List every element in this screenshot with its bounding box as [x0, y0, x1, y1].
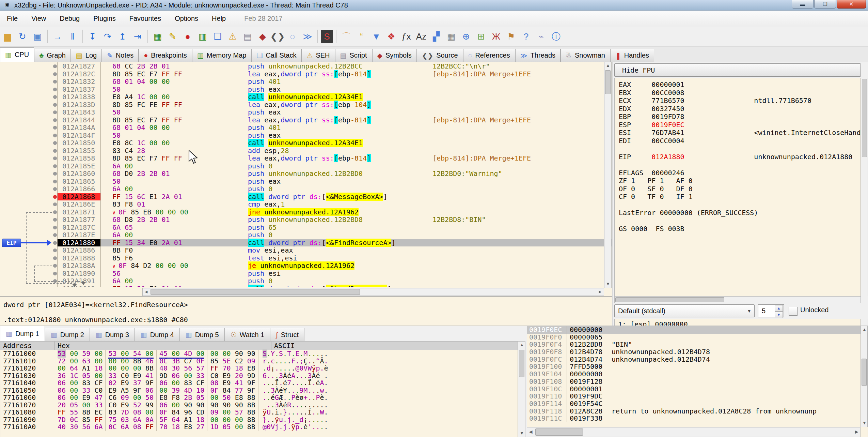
- menu-file[interactable]: File: [0, 13, 25, 25]
- menu-debug[interactable]: Debug: [53, 13, 86, 25]
- snowman-icon[interactable]: S: [321, 30, 333, 43]
- bullet-icon[interactable]: [53, 118, 57, 122]
- bookmarks-icon[interactable]: ❖: [384, 29, 398, 44]
- tab-source[interactable]: ❮❯Source: [417, 49, 463, 62]
- argument-depth-spinner[interactable]: 5 ▲▼: [758, 304, 784, 317]
- comments-icon[interactable]: “: [354, 29, 368, 44]
- menu-plugins[interactable]: Plugins: [86, 13, 123, 25]
- bullet-icon[interactable]: [53, 172, 57, 176]
- calculator-icon[interactable]: ▦: [444, 29, 458, 44]
- bullet-icon[interactable]: [53, 248, 57, 252]
- dump-row[interactable]: 771610A040 30 56 6A0C 6A 08 FF70 18 E8 2…: [0, 423, 518, 431]
- bullet-icon[interactable]: [53, 149, 57, 153]
- tab-snowman[interactable]: ☃Snowman: [561, 49, 610, 62]
- breakpoint-dot-icon[interactable]: [53, 195, 57, 199]
- register-line[interactable]: [615, 217, 861, 225]
- highlighting-icon[interactable]: ▞: [429, 29, 443, 44]
- spinner-buttons[interactable]: ▲▼: [775, 305, 783, 318]
- register-line[interactable]: ZF 1 PF 1 AF 0: [615, 177, 861, 185]
- scroll-up-icon[interactable]: ▲: [604, 62, 612, 69]
- about-info-icon[interactable]: ⓘ: [549, 29, 563, 44]
- bullet-icon[interactable]: [53, 64, 57, 68]
- bullet-icon[interactable]: [53, 103, 57, 107]
- run-icon[interactable]: →: [51, 29, 64, 44]
- scroll-up-icon[interactable]: ▲: [518, 342, 525, 349]
- disasm-row[interactable]: 012A183750push eax: [0, 86, 612, 93]
- help-gear-icon[interactable]: ?: [519, 29, 533, 44]
- tab-notes[interactable]: ✎Notes: [102, 49, 139, 62]
- disasm-row[interactable]: 012A183268 01 04 00 00push 401: [0, 78, 612, 86]
- tab-references[interactable]: ◌References: [463, 49, 515, 62]
- disasm-row[interactable]: 012A1893FF 15 58 E0 2A 01call dword ptr …: [0, 285, 612, 287]
- labels-icon[interactable]: ▼: [369, 29, 383, 44]
- tab-dump-2[interactable]: ▥Dump 2: [45, 328, 90, 341]
- disasm-row[interactable]: 012A187C6A 65push 65: [0, 224, 612, 231]
- bullet-icon[interactable]: [53, 256, 57, 260]
- text-az-icon[interactable]: Aᴢ: [414, 29, 428, 44]
- symbols-icon[interactable]: ◆: [256, 29, 269, 44]
- register-line[interactable]: OF 0 SF 0 DF 0: [615, 185, 861, 193]
- dump-pane[interactable]: Address Hex ASCII 7716100053 00 59 0053 …: [0, 341, 518, 437]
- close-debuggee-icon[interactable]: ▣: [31, 29, 44, 44]
- tab-threads[interactable]: ≫Threads: [515, 49, 561, 62]
- bullet-icon[interactable]: [53, 141, 57, 145]
- tab-memory-map[interactable]: ▥Memory Map: [192, 49, 252, 62]
- disasm-row[interactable]: 012A1850E8 8C 1C 00 00call unknownunpack…: [0, 139, 612, 147]
- stack-horizontal-scrollbar[interactable]: ◀ ▶: [527, 427, 861, 437]
- disasm-row[interactable]: 012A186068 D0 2B 2B 01push unknownunpack…: [0, 170, 612, 178]
- tab-dump-3[interactable]: ▥Dump 3: [90, 328, 135, 341]
- tab-handles[interactable]: ❚Handles: [610, 49, 654, 62]
- register-line[interactable]: EDX 00327450: [615, 105, 861, 113]
- bullet-icon[interactable]: [53, 164, 57, 168]
- register-line[interactable]: GS 0000 FS 003B: [615, 225, 861, 233]
- bullet-icon[interactable]: [53, 126, 57, 130]
- references-icon[interactable]: ◌: [286, 29, 299, 44]
- scroll-right-icon[interactable]: ▶: [853, 428, 860, 436]
- dump-row[interactable]: 7716101072 00 63 0000 00 8B 460C 3B C7 0…: [0, 358, 518, 365]
- scroll-down-icon[interactable]: ▼: [604, 281, 612, 288]
- stack-row[interactable]: 0019F0F8012B4D78unknownunpacked.012B4D78: [527, 348, 868, 356]
- tab-dump-4[interactable]: ▥Dump 4: [135, 328, 180, 341]
- hide-fpu-button[interactable]: Hide FPU: [614, 63, 861, 77]
- bullet-icon[interactable]: [53, 218, 57, 222]
- scroll-down-icon[interactable]: ▼: [518, 430, 525, 437]
- disasm-row[interactable]: 012A187E6A 00push 0: [0, 231, 612, 239]
- stack-row[interactable]: 0019F10C00000001: [527, 386, 868, 393]
- stack-row[interactable]: 0019F1080019F128: [527, 378, 868, 386]
- disasm-row[interactable]: 012A18868B F0mov esi,eax: [0, 246, 612, 254]
- registers-horizontal-scrollbar[interactable]: [614, 296, 861, 303]
- register-line[interactable]: ESP 0019F0EC: [615, 121, 861, 129]
- register-line[interactable]: LastError 00000000 (ERROR_SUCCESS): [615, 209, 861, 217]
- spin-up-icon[interactable]: ▲: [775, 305, 783, 312]
- scroll-thumb[interactable]: [151, 289, 360, 295]
- disasm-row[interactable]: 012A18448D 85 EC F7 FF FFlea eax,dword p…: [0, 116, 612, 124]
- dump-row[interactable]: 7716106006 00 E9 47C6 09 00 50E8 F8 2B 0…: [0, 394, 518, 402]
- register-line[interactable]: EBX 00CC0008: [615, 89, 861, 97]
- disasm-row[interactable]: 012A1871∨ 0F 85 EB 00 00 00jne unknownun…: [0, 208, 612, 216]
- bullet-icon[interactable]: [53, 264, 57, 268]
- stack-row[interactable]: 0019F1140019F54C: [527, 400, 868, 408]
- stack-row[interactable]: 0019F1007FFD5000: [527, 363, 868, 371]
- disasm-row[interactable]: 012A185E6A 00push 0: [0, 162, 612, 170]
- scroll-thumb[interactable]: [862, 359, 867, 386]
- disasm-row[interactable]: 012A184350push eax: [0, 108, 612, 116]
- disasm-row[interactable]: 012A182768 CC 2B 2B 01push unknownunpack…: [0, 62, 612, 70]
- favourites-icon[interactable]: ⚑: [504, 29, 518, 44]
- disasm-row[interactable]: 012A186E83 F8 01cmp eax,1: [0, 200, 612, 208]
- dump-vertical-scrollbar[interactable]: ▲ ▼: [518, 341, 525, 437]
- stack-row[interactable]: 0019F10400000000: [527, 371, 868, 378]
- inject-icon[interactable]: ⌁: [534, 29, 548, 44]
- bullet-icon[interactable]: [53, 241, 57, 245]
- bullet-icon[interactable]: [53, 134, 57, 137]
- tab-log[interactable]: ▤Log: [71, 49, 102, 62]
- registers-vertical-scrollbar[interactable]: [861, 78, 868, 296]
- functions-icon[interactable]: ƒx: [399, 29, 413, 44]
- tab-watch-1[interactable]: ☉Watch 1: [225, 328, 270, 341]
- scroll-thumb[interactable]: [615, 297, 724, 302]
- source-icon[interactable]: ❮❯: [271, 29, 284, 44]
- bullet-icon[interactable]: [53, 72, 57, 76]
- register-line[interactable]: EFLAGS 00000246: [615, 169, 861, 177]
- tab-script[interactable]: ▤Script: [335, 49, 372, 62]
- disasm-row[interactable]: 012A188885 F6test esi,esi: [0, 254, 612, 262]
- disasm-row[interactable]: 012A184F50push eax: [0, 132, 612, 139]
